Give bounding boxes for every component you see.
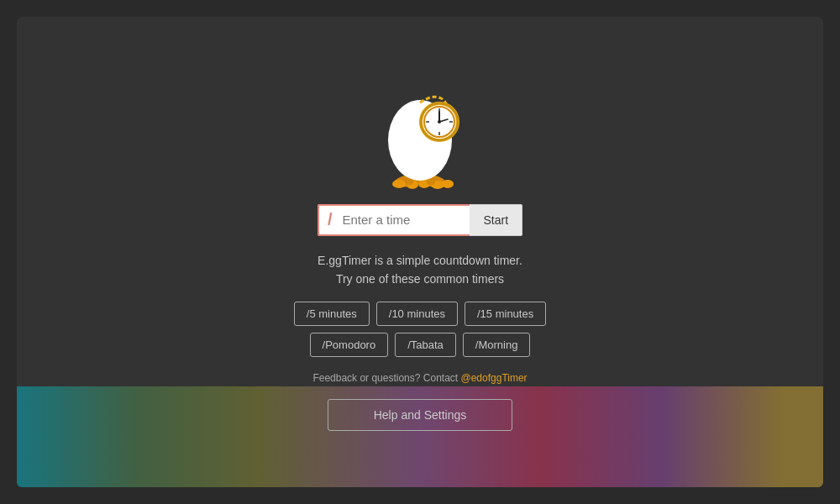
timer-5min[interactable]: /5 minutes [294,302,370,326]
svg-point-6 [442,180,454,188]
timer-pomodoro[interactable]: /Pomodoro [310,333,389,357]
svg-point-2 [392,180,406,188]
description: E.ggTimer is a simple countdown timer. T… [318,251,522,289]
help-settings-button[interactable]: Help and Settings [328,399,512,431]
timer-15min[interactable]: /15 minutes [465,302,546,326]
svg-point-19 [438,120,441,123]
description-line1: E.ggTimer is a simple countdown timer. [318,251,522,270]
feedback-text: Feedback or questions? Contact @edofggTi… [312,372,527,384]
timer-morning[interactable]: /Morning [463,333,531,357]
description-line2: Try one of these common timers [318,270,522,288]
start-button[interactable]: Start [470,204,522,236]
time-input[interactable] [335,204,470,236]
quick-timers: /5 minutes /10 minutes /15 minutes /Pomo… [294,302,546,357]
app-frame: / Start E.ggTimer is a simple countdown … [17,17,823,487]
feedback-link[interactable]: @edofggTimer [461,372,528,384]
slash-prefix: / [318,204,336,236]
feedback-label: Feedback or questions? Contact [312,372,458,384]
timer-row-1: /5 minutes /10 minutes /15 minutes [294,302,546,326]
main-container: / Start E.ggTimer is a simple countdown … [294,73,546,432]
timer-tabata[interactable]: /Tabata [395,333,456,357]
timer-row-2: /Pomodoro /Tabata /Morning [310,333,531,357]
mascot [365,73,475,191]
timer-10min[interactable]: /10 minutes [376,302,458,326]
input-row: / Start [318,204,522,236]
